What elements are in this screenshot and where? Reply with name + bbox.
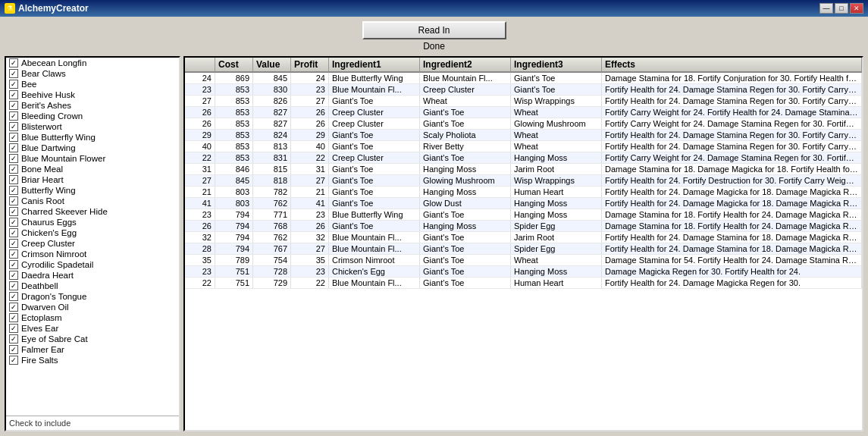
table-cell: 789	[215, 255, 253, 265]
checkbox[interactable]	[9, 154, 18, 163]
checkbox[interactable]	[9, 111, 18, 121]
list-item[interactable]: Elves Ear	[6, 323, 179, 334]
table-row[interactable]: 2685382726Creep ClusterGiant's ToeGlowin…	[185, 118, 862, 130]
list-item-label: Blue Dartwing	[21, 143, 76, 152]
list-item[interactable]: Fire Salts	[6, 355, 179, 365]
list-item[interactable]: Chicken's Egg	[6, 227, 179, 238]
table-cell: 768	[253, 221, 291, 231]
table-cell: 22	[291, 152, 329, 163]
main-window: Read In Done Abecean LongfinBear ClawsBe…	[0, 17, 868, 436]
list-item[interactable]: Eye of Sabre Cat	[6, 334, 179, 344]
table-row[interactable]: 3279476232Blue Mountain Fl...Giant's Toe…	[185, 232, 862, 243]
left-list[interactable]: Abecean LongfinBear ClawsBeeBeehive Husk…	[6, 58, 179, 416]
table-body[interactable]: 2486984524Blue Butterfly WingBlue Mounta…	[185, 73, 862, 430]
table-cell: 23	[185, 209, 215, 220]
checkbox[interactable]	[9, 260, 18, 269]
table-row[interactable]: 2375172823Chicken's EggGiant's ToeHangin…	[185, 266, 862, 278]
table-row[interactable]: 2379477123Blue Butterfly WingGiant's Toe…	[185, 209, 862, 221]
table-row[interactable]: 2385383023Blue Mountain Fl...Creep Clust…	[185, 84, 862, 96]
checkbox[interactable]	[9, 207, 18, 216]
checkbox[interactable]	[9, 143, 18, 152]
table-cell: 26	[185, 221, 215, 231]
table-row[interactable]: 2486984524Blue Butterfly WingBlue Mounta…	[185, 73, 862, 84]
table-row[interactable]: 2679476826Giant's ToeHanging MossSpider …	[185, 221, 862, 232]
checkbox[interactable]	[9, 69, 18, 78]
table-cell: 23	[291, 84, 329, 95]
list-item[interactable]: Ectoplasm	[6, 312, 179, 323]
checkbox[interactable]	[9, 249, 18, 259]
table-cell: Giant's Toe	[329, 130, 420, 140]
checkbox[interactable]	[9, 122, 18, 131]
list-item[interactable]: Blue Butterfly Wing	[6, 132, 179, 143]
table-cell: 26	[185, 118, 215, 129]
checkbox[interactable]	[9, 239, 18, 248]
read-in-button[interactable]: Read In	[362, 21, 506, 39]
checkbox[interactable]	[9, 58, 18, 67]
table-row[interactable]: 3578975435Crimson NimrootGiant's ToeWhea…	[185, 255, 862, 266]
table-cell: 35	[185, 255, 215, 265]
checkbox[interactable]	[9, 324, 18, 333]
checkbox[interactable]	[9, 101, 18, 110]
list-item[interactable]: Bleeding Crown	[6, 111, 179, 121]
checkbox[interactable]	[9, 165, 18, 174]
list-item[interactable]: Daedra Heart	[6, 270, 179, 281]
checkbox[interactable]	[9, 186, 18, 195]
table-cell: 830	[253, 84, 291, 95]
minimize-button[interactable]: —	[819, 3, 833, 14]
list-item[interactable]: Crimson Nimroot	[6, 249, 179, 259]
list-item[interactable]: Bone Meal	[6, 164, 179, 174]
list-item[interactable]: Chaurus Eggs	[6, 217, 179, 227]
table-row[interactable]: 4085381340Giant's ToeRiver BettyWheatFor…	[185, 141, 862, 152]
checkbox[interactable]	[9, 281, 18, 290]
checkbox[interactable]	[9, 303, 18, 312]
list-item[interactable]: Blue Mountain Flower	[6, 153, 179, 164]
table-row[interactable]: 3184681531Giant's ToeHanging MossJarim R…	[185, 164, 862, 175]
list-item[interactable]: Falmer Ear	[6, 344, 179, 355]
list-item[interactable]: Dragon's Tongue	[6, 291, 179, 302]
list-item[interactable]: Blue Dartwing	[6, 143, 179, 153]
table-row[interactable]: 2985382429Giant's ToeScaly PholiotaWheat…	[185, 130, 862, 141]
checkbox[interactable]	[9, 133, 18, 142]
list-item[interactable]: Dwarven Oil	[6, 302, 179, 312]
table-row[interactable]: 2785382627Giant's ToeWheatWisp Wrappings…	[185, 96, 862, 107]
list-item[interactable]: Briar Heart	[6, 174, 179, 185]
table-row[interactable]: 2285383122Creep ClusterGiant's ToeHangin…	[185, 152, 862, 164]
list-item[interactable]: Butterfly Wing	[6, 185, 179, 196]
list-item[interactable]: Bee	[6, 79, 179, 89]
list-item[interactable]: Deathbell	[6, 281, 179, 291]
table-row[interactable]: 2180378221Giant's ToeHanging MossHuman H…	[185, 187, 862, 198]
maximize-button[interactable]: □	[835, 3, 848, 14]
table-row[interactable]: 2685382726Creep ClusterGiant's ToeWheatF…	[185, 107, 862, 118]
checkbox[interactable]	[9, 80, 18, 89]
checkbox[interactable]	[9, 228, 18, 237]
list-item[interactable]: Cyrodilic Spadetail	[6, 259, 179, 270]
list-item[interactable]: Beehive Husk	[6, 89, 179, 100]
checkbox[interactable]	[9, 345, 18, 354]
table-row[interactable]: 2879476727Blue Mountain Fl...Giant's Toe…	[185, 243, 862, 255]
table-row[interactable]: 2275172922Blue Mountain Fl...Giant's Toe…	[185, 278, 862, 289]
checkbox[interactable]	[9, 313, 18, 322]
table-cell: Blue Butterfly Wing	[329, 73, 420, 83]
checkbox[interactable]	[9, 271, 18, 280]
table-cell: 853	[215, 152, 253, 163]
table-cell: Blue Mountain Fl...	[420, 73, 511, 83]
list-item[interactable]: Creep Cluster	[6, 238, 179, 249]
table-row[interactable]: 2784581827Giant's ToeGlowing MushroomWis…	[185, 175, 862, 187]
close-button[interactable]: ✕	[850, 3, 863, 14]
list-item[interactable]: Canis Root	[6, 196, 179, 206]
list-item[interactable]: Charred Skeever Hide	[6, 206, 179, 217]
list-item[interactable]: Abecean Longfin	[6, 58, 179, 68]
checkbox[interactable]	[9, 196, 18, 205]
checkbox[interactable]	[9, 175, 18, 184]
list-item[interactable]: Berit's Ashes	[6, 100, 179, 111]
checkbox[interactable]	[9, 356, 18, 365]
checkbox[interactable]	[9, 334, 18, 343]
list-item[interactable]: Bear Claws	[6, 68, 179, 79]
checkbox[interactable]	[9, 90, 18, 99]
table-cell: Hanging Moss	[420, 221, 511, 231]
list-item[interactable]: Blisterwort	[6, 121, 179, 132]
table-row[interactable]: 4180376241Giant's ToeGlow DustHanging Mo…	[185, 198, 862, 209]
checkbox[interactable]	[9, 292, 18, 301]
checkbox[interactable]	[9, 218, 18, 227]
table-cell: 28	[185, 243, 215, 254]
